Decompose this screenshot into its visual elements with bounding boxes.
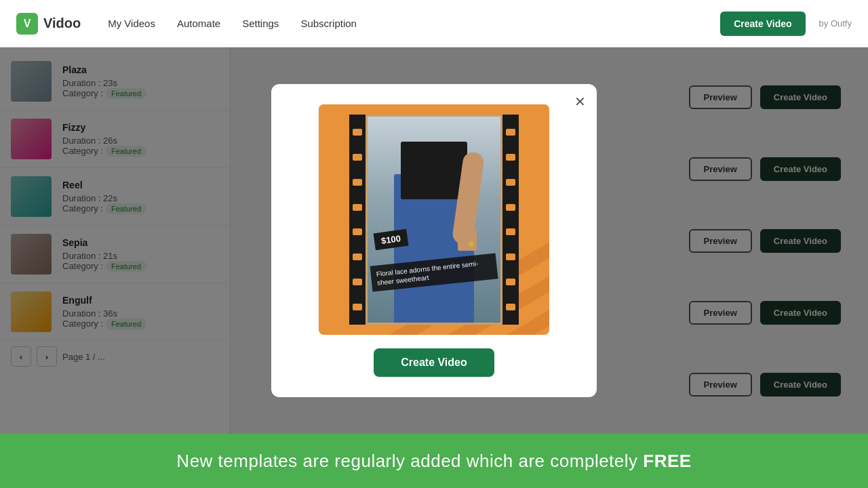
- app-name: Vidoo: [43, 16, 81, 31]
- nav-automate[interactable]: Automate: [177, 15, 220, 32]
- byline: by Outfy: [819, 18, 852, 28]
- main-nav: My Videos Automate Settings Subscription: [108, 15, 720, 32]
- modal-close-button[interactable]: ✕: [574, 94, 586, 110]
- nav-subscription[interactable]: Subscription: [300, 15, 357, 32]
- film-preview: $100 Floral lace adorns the entire semi-…: [319, 104, 549, 335]
- logo-area: V Vidoo: [16, 13, 81, 35]
- nav-settings[interactable]: Settings: [242, 15, 279, 32]
- modal-overlay: ✕: [0, 47, 868, 434]
- nav-my-videos[interactable]: My Videos: [108, 15, 155, 32]
- banner-text: New templates are regularly added which …: [176, 451, 691, 472]
- main-content: Plaza Duration : 23s Category : Featured…: [0, 47, 868, 434]
- logo-icon: V: [16, 13, 38, 35]
- preview-modal: ✕: [271, 84, 597, 397]
- header: V Vidoo My Videos Automate Settings Subs…: [0, 0, 868, 47]
- modal-create-video-button[interactable]: Create Video: [374, 348, 494, 377]
- bottom-banner: New templates are regularly added which …: [0, 434, 868, 488]
- banner-free: FREE: [643, 451, 691, 471]
- header-create-video-button[interactable]: Create Video: [720, 12, 805, 36]
